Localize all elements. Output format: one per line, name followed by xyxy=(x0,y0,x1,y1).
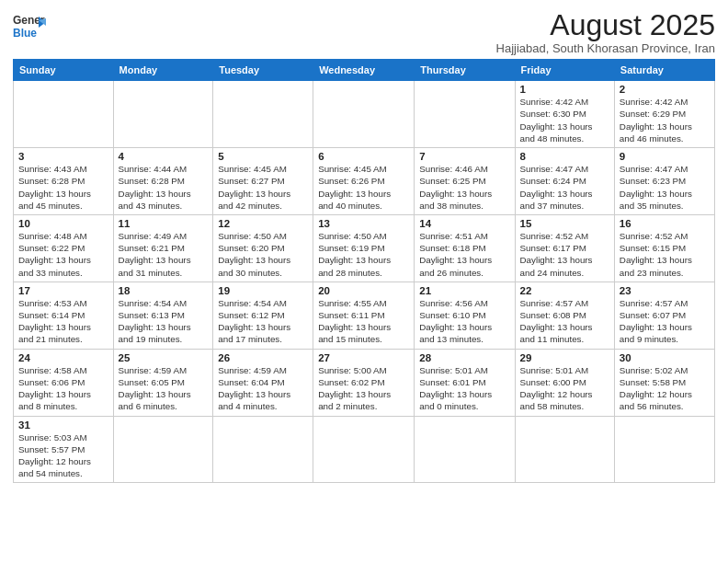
day-number: 26 xyxy=(218,352,308,363)
empty-cell xyxy=(415,416,515,483)
day-number: 21 xyxy=(419,285,509,296)
day-info: Sunrise: 4:52 AM Sunset: 6:15 PM Dayligh… xyxy=(620,230,710,279)
day-number: 22 xyxy=(520,285,609,296)
day-number: 17 xyxy=(18,285,108,296)
day-info: Sunrise: 5:01 AM Sunset: 6:01 PM Dayligh… xyxy=(419,364,509,413)
day-info: Sunrise: 5:00 AM Sunset: 6:02 PM Dayligh… xyxy=(318,364,409,413)
day-number: 1 xyxy=(520,84,609,95)
empty-cell xyxy=(113,81,213,148)
day-number: 10 xyxy=(18,218,108,229)
day-number: 12 xyxy=(218,218,308,229)
day-cell-31: 31Sunrise: 5:03 AM Sunset: 5:57 PM Dayli… xyxy=(14,416,114,483)
day-info: Sunrise: 4:58 AM Sunset: 6:06 PM Dayligh… xyxy=(18,364,108,413)
day-info: Sunrise: 4:42 AM Sunset: 6:30 PM Dayligh… xyxy=(520,96,609,144)
day-cell-7: 7Sunrise: 4:46 AM Sunset: 6:25 PM Daylig… xyxy=(415,148,515,215)
day-number: 4 xyxy=(119,151,209,162)
empty-cell xyxy=(515,416,614,483)
empty-cell xyxy=(313,416,415,483)
day-info: Sunrise: 4:47 AM Sunset: 6:23 PM Dayligh… xyxy=(620,163,710,212)
day-cell-24: 24Sunrise: 4:58 AM Sunset: 6:06 PM Dayli… xyxy=(14,349,114,416)
day-number: 16 xyxy=(620,218,710,229)
day-cell-9: 9Sunrise: 4:47 AM Sunset: 6:23 PM Daylig… xyxy=(614,148,714,215)
week-row-2: 3Sunrise: 4:43 AM Sunset: 6:28 PM Daylig… xyxy=(14,148,715,215)
empty-cell xyxy=(313,81,415,148)
day-info: Sunrise: 4:45 AM Sunset: 6:27 PM Dayligh… xyxy=(218,163,308,212)
week-row-4: 17Sunrise: 4:53 AM Sunset: 6:14 PM Dayli… xyxy=(14,282,715,349)
day-info: Sunrise: 4:57 AM Sunset: 6:08 PM Dayligh… xyxy=(520,297,609,346)
day-cell-22: 22Sunrise: 4:57 AM Sunset: 6:08 PM Dayli… xyxy=(515,282,614,349)
weekday-header-wednesday: Wednesday xyxy=(313,60,415,81)
empty-cell xyxy=(14,81,114,148)
day-cell-23: 23Sunrise: 4:57 AM Sunset: 6:07 PM Dayli… xyxy=(614,282,714,349)
day-number: 29 xyxy=(520,352,609,363)
day-number: 25 xyxy=(119,352,209,363)
day-cell-10: 10Sunrise: 4:48 AM Sunset: 6:22 PM Dayli… xyxy=(14,214,114,282)
day-info: Sunrise: 4:53 AM Sunset: 6:14 PM Dayligh… xyxy=(18,297,108,346)
day-number: 7 xyxy=(419,151,509,162)
day-number: 13 xyxy=(318,218,409,229)
day-cell-6: 6Sunrise: 4:45 AM Sunset: 6:26 PM Daylig… xyxy=(313,148,415,215)
week-row-1: 1Sunrise: 4:42 AM Sunset: 6:30 PM Daylig… xyxy=(14,81,715,148)
empty-cell xyxy=(113,416,213,483)
day-number: 19 xyxy=(218,285,308,296)
week-row-5: 24Sunrise: 4:58 AM Sunset: 6:06 PM Dayli… xyxy=(14,349,715,416)
day-info: Sunrise: 4:59 AM Sunset: 6:05 PM Dayligh… xyxy=(119,364,209,413)
day-number: 15 xyxy=(520,218,609,229)
day-cell-20: 20Sunrise: 4:55 AM Sunset: 6:11 PM Dayli… xyxy=(313,282,415,349)
day-cell-17: 17Sunrise: 4:53 AM Sunset: 6:14 PM Dayli… xyxy=(14,282,114,349)
empty-cell xyxy=(213,81,313,148)
day-cell-25: 25Sunrise: 4:59 AM Sunset: 6:05 PM Dayli… xyxy=(113,349,213,416)
day-cell-11: 11Sunrise: 4:49 AM Sunset: 6:21 PM Dayli… xyxy=(113,214,213,282)
day-number: 30 xyxy=(620,352,710,363)
day-cell-29: 29Sunrise: 5:01 AM Sunset: 6:00 PM Dayli… xyxy=(515,349,614,416)
weekday-header-friday: Friday xyxy=(515,60,614,81)
day-number: 24 xyxy=(18,352,108,363)
day-cell-26: 26Sunrise: 4:59 AM Sunset: 6:04 PM Dayli… xyxy=(213,349,313,416)
week-row-3: 10Sunrise: 4:48 AM Sunset: 6:22 PM Dayli… xyxy=(14,214,715,282)
day-info: Sunrise: 4:51 AM Sunset: 6:18 PM Dayligh… xyxy=(419,230,509,279)
day-info: Sunrise: 4:56 AM Sunset: 6:10 PM Dayligh… xyxy=(419,297,509,346)
day-info: Sunrise: 4:45 AM Sunset: 6:26 PM Dayligh… xyxy=(318,163,409,212)
day-info: Sunrise: 4:54 AM Sunset: 6:13 PM Dayligh… xyxy=(119,297,209,346)
day-cell-27: 27Sunrise: 5:00 AM Sunset: 6:02 PM Dayli… xyxy=(313,349,415,416)
day-number: 9 xyxy=(620,151,710,162)
day-number: 20 xyxy=(318,285,409,296)
day-info: Sunrise: 5:02 AM Sunset: 5:58 PM Dayligh… xyxy=(620,364,710,413)
day-info: Sunrise: 4:49 AM Sunset: 6:21 PM Dayligh… xyxy=(119,230,209,279)
day-cell-14: 14Sunrise: 4:51 AM Sunset: 6:18 PM Dayli… xyxy=(415,214,515,282)
day-number: 11 xyxy=(119,218,209,229)
day-info: Sunrise: 4:54 AM Sunset: 6:12 PM Dayligh… xyxy=(218,297,308,346)
day-info: Sunrise: 4:46 AM Sunset: 6:25 PM Dayligh… xyxy=(419,163,509,212)
weekday-header-thursday: Thursday xyxy=(415,60,515,81)
day-number: 28 xyxy=(419,352,509,363)
weekday-header-monday: Monday xyxy=(113,60,213,81)
empty-cell xyxy=(614,416,714,483)
day-cell-18: 18Sunrise: 4:54 AM Sunset: 6:13 PM Dayli… xyxy=(113,282,213,349)
day-info: Sunrise: 4:50 AM Sunset: 6:20 PM Dayligh… xyxy=(218,230,308,279)
day-info: Sunrise: 4:59 AM Sunset: 6:04 PM Dayligh… xyxy=(218,364,308,413)
day-cell-28: 28Sunrise: 5:01 AM Sunset: 6:01 PM Dayli… xyxy=(415,349,515,416)
day-info: Sunrise: 4:50 AM Sunset: 6:19 PM Dayligh… xyxy=(318,230,409,279)
day-info: Sunrise: 4:47 AM Sunset: 6:24 PM Dayligh… xyxy=(520,163,609,212)
weekday-header-saturday: Saturday xyxy=(614,60,714,81)
day-info: Sunrise: 4:48 AM Sunset: 6:22 PM Dayligh… xyxy=(18,230,108,279)
header-area: General Blue August 2025 Hajjiabad, Sout… xyxy=(13,9,715,55)
day-info: Sunrise: 4:42 AM Sunset: 6:29 PM Dayligh… xyxy=(620,96,710,144)
day-info: Sunrise: 4:55 AM Sunset: 6:11 PM Dayligh… xyxy=(318,297,409,346)
location-subtitle: Hajjiabad, South Khorasan Province, Iran xyxy=(496,41,715,55)
svg-text:Blue: Blue xyxy=(13,27,37,40)
day-cell-13: 13Sunrise: 4:50 AM Sunset: 6:19 PM Dayli… xyxy=(313,214,415,282)
weekday-header-sunday: Sunday xyxy=(14,60,114,81)
day-cell-3: 3Sunrise: 4:43 AM Sunset: 6:28 PM Daylig… xyxy=(14,148,114,215)
day-cell-15: 15Sunrise: 4:52 AM Sunset: 6:17 PM Dayli… xyxy=(515,214,614,282)
day-number: 27 xyxy=(318,352,409,363)
day-info: Sunrise: 4:57 AM Sunset: 6:07 PM Dayligh… xyxy=(620,297,710,346)
page: General Blue August 2025 Hajjiabad, Sout… xyxy=(0,0,728,488)
day-info: Sunrise: 4:52 AM Sunset: 6:17 PM Dayligh… xyxy=(520,230,609,279)
day-cell-4: 4Sunrise: 4:44 AM Sunset: 6:28 PM Daylig… xyxy=(113,148,213,215)
day-number: 6 xyxy=(318,151,409,162)
empty-cell xyxy=(213,416,313,483)
day-info: Sunrise: 5:03 AM Sunset: 5:57 PM Dayligh… xyxy=(18,431,108,480)
day-cell-16: 16Sunrise: 4:52 AM Sunset: 6:15 PM Dayli… xyxy=(614,214,714,282)
day-number: 18 xyxy=(119,285,209,296)
